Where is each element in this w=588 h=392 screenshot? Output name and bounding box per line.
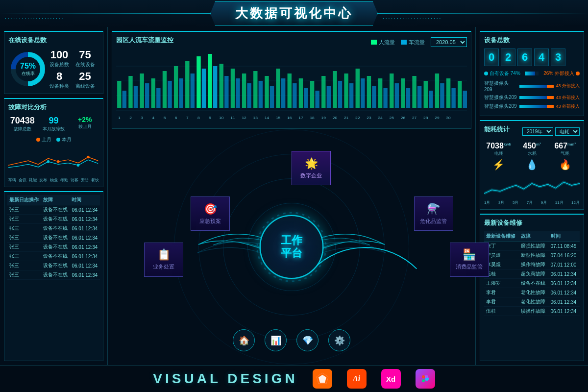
legend-cur: 本月: [56, 136, 72, 143]
big-digits: 0 2 6 4 3: [484, 49, 580, 66]
sketch-icon: [313, 369, 332, 389]
offline-stat: 25 离线设备: [71, 70, 99, 90]
svg-text:7: 7: [186, 116, 189, 120]
svg-point-5: [47, 160, 50, 163]
svg-rect-12: [122, 91, 126, 108]
energy-water: 450m³ 水耗 💧: [517, 142, 547, 171]
device-types-stat: 8 设备种类: [49, 70, 69, 90]
svg-text:15: 15: [276, 116, 281, 120]
log-row: 张三设备不在线06.01 12:34: [7, 270, 100, 280]
svg-point-4: [87, 156, 90, 159]
module-business-icon: 📋: [157, 248, 171, 261]
svg-rect-65: [424, 81, 428, 108]
svg-text:14: 14: [265, 116, 270, 120]
ext-dot: [576, 72, 580, 75]
svg-text:19: 19: [321, 116, 326, 120]
nav-settings[interactable]: ⚙️: [328, 329, 350, 351]
offline-num: 25: [71, 70, 99, 83]
energy-year-select[interactable]: 2019年: [522, 127, 553, 136]
svg-rect-34: [247, 83, 251, 108]
svg-rect-52: [349, 83, 353, 108]
svg-point-3: [57, 160, 60, 163]
nav-chart[interactable]: 📊: [265, 329, 287, 351]
svg-rect-71: [458, 81, 462, 108]
header: ····················· 大数据可视化中心 ·········…: [0, 0, 588, 27]
svg-rect-38: [270, 86, 274, 108]
svg-rect-14: [134, 86, 138, 108]
maint-row: 张丁磨损性故障07.11 08:45: [484, 242, 580, 251]
svg-rect-42: [293, 83, 296, 108]
svg-rect-58: [383, 88, 387, 108]
svg-rect-43: [299, 78, 303, 108]
cam-row: 智慧摄像头209 43 外部接入: [484, 103, 580, 110]
bar-chart-svg: 1 2 3 4 5 6 7 8 9 10 11 12 13 14 15 16 1: [116, 51, 467, 120]
svg-rect-66: [429, 91, 433, 108]
svg-rect-54: [361, 78, 365, 108]
header-title: 大数据可视化中心: [235, 6, 353, 21]
svg-rect-29: [220, 64, 223, 108]
log-header-0: 最新日志操作: [7, 195, 41, 205]
log-row: 张三设备不在线06.01 12:34: [7, 233, 100, 243]
cam-rows: 智慧摄像头 209 43 外部接入 智慧摄像头209 43 外部接入 智慧摄像头…: [484, 80, 580, 110]
digit-2: 6: [517, 49, 532, 66]
svg-rect-39: [276, 69, 280, 108]
date-selector[interactable]: 2020.05: [431, 37, 467, 47]
fault-box: 故障对比分析 70438 故障总数 99 本月故障数 +2% 较上月: [4, 98, 103, 187]
online-devices-box: 在线设备总数 100 设备总数 75% 在线率: [4, 31, 103, 94]
ext-label: 26% 外部接入: [543, 70, 574, 77]
svg-text:20: 20: [333, 116, 338, 120]
offline-label: 离线设备: [71, 83, 99, 90]
donut-wrap: 75% 在线率: [8, 49, 48, 89]
fault-stats: 70438 故障总数 99 本月故障数 +2% 较上月: [8, 116, 99, 132]
fault-total-label: 故障总数: [8, 126, 37, 132]
nav-home[interactable]: 🏠: [233, 329, 255, 351]
svg-text:21: 21: [344, 116, 349, 120]
device-types-num: 8: [49, 70, 69, 83]
footer-title: VISUAL DESIGN: [153, 371, 297, 387]
log-box: 最新日志操作 故障 时间 张三设备不在线06.01 12:34张三设备不在线06…: [4, 191, 103, 361]
svg-rect-33: [242, 74, 246, 108]
fault-change-label: 较上月: [71, 123, 99, 130]
svg-text:12: 12: [242, 116, 246, 120]
nav-gem[interactable]: 💎: [296, 329, 318, 351]
maint-box: 最新设备维修 最新设备维修 故障 时间 张丁磨损性故障07.11 08:45李昊…: [480, 214, 584, 361]
svg-text:24: 24: [378, 116, 383, 120]
svg-text:6: 6: [175, 116, 177, 120]
legend-cur-dot: [56, 138, 60, 142]
maint-header-0: 最新设备维修: [484, 231, 519, 242]
svg-text:23: 23: [367, 116, 371, 120]
svg-text:11: 11: [230, 116, 235, 120]
maint-row: 李君老化性故障06.01 12:34: [484, 297, 580, 307]
figma-icon: [416, 369, 435, 389]
own-dot: [484, 72, 488, 75]
gas-num: 667mm³: [550, 142, 580, 150]
platform-center[interactable]: 工作平台: [260, 215, 323, 279]
digit-4: 3: [551, 49, 565, 66]
svg-rect-57: [378, 78, 382, 108]
electric-label: 电耗: [484, 150, 514, 157]
fault-change-num: +2%: [71, 116, 99, 123]
svg-rect-51: [344, 74, 348, 108]
energy-title: 能耗统计: [484, 125, 510, 134]
svg-rect-32: [236, 78, 240, 108]
fault-chart: [8, 146, 99, 175]
header-dots-right: ·····················: [378, 16, 447, 21]
device-count-box: 设备总数 0 2 6 4 3 自有设备 74% 26% 外部接入: [480, 31, 584, 116]
device-types-label: 设备种类: [49, 83, 69, 90]
svg-rect-24: [191, 74, 195, 108]
energy-type-select[interactable]: 电耗: [555, 127, 580, 136]
legend-cars-color: [401, 40, 407, 45]
log-row: 张三设备不在线06.01 12:34: [7, 215, 100, 224]
energy-selects: 2019年 电耗: [522, 127, 580, 136]
bottom-nav: 🏠 📊 💎 ⚙️: [233, 329, 350, 351]
log-row: 张三设备不在线06.01 12:34: [7, 205, 100, 215]
online-count-stat: 75 在线设备: [71, 49, 99, 68]
svg-text:30: 30: [446, 116, 451, 120]
svg-rect-59: [390, 74, 393, 108]
center-panel: 园区人流车流量监控 人流量 车流量 2020.05: [108, 27, 475, 365]
log-row: 张三设备不在线06.01 12:34: [7, 252, 100, 261]
fault-categories: 车辆 会议 耗能 发布 物业 考勤 访客 安防 餐饮: [8, 177, 99, 183]
svg-text:1: 1: [118, 116, 121, 120]
energy-header: 能耗统计 2019年 电耗: [484, 125, 580, 138]
log-table: 最新日志操作 故障 时间 张三设备不在线06.01 12:34张三设备不在线06…: [7, 195, 100, 280]
